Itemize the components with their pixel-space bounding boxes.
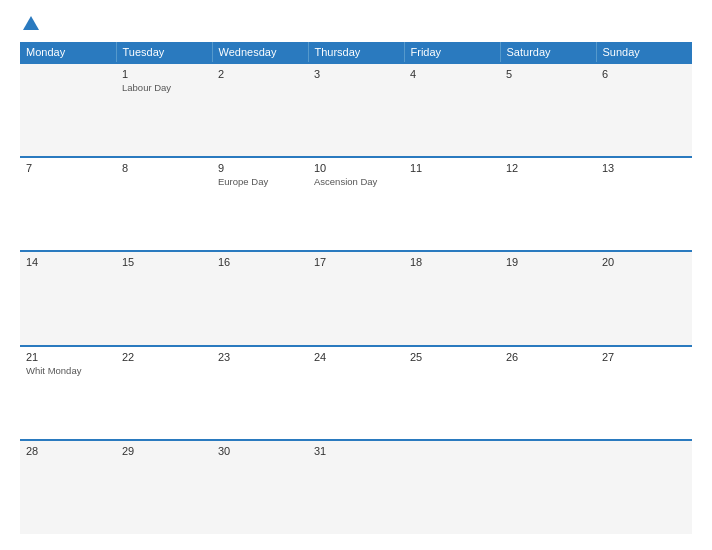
day-number: 12 [506,162,590,174]
day-number: 8 [122,162,206,174]
day-number: 11 [410,162,494,174]
day-number: 10 [314,162,398,174]
weekday-header-tuesday: Tuesday [116,42,212,63]
calendar-cell: 1Labour Day [116,63,212,157]
calendar-cell: 2 [212,63,308,157]
day-number: 13 [602,162,686,174]
calendar-cell: 6 [596,63,692,157]
day-number: 20 [602,256,686,268]
calendar-cell [596,440,692,534]
holiday-name: Whit Monday [26,365,110,376]
logo-triangle-icon [23,16,39,30]
calendar-cell [20,63,116,157]
calendar-cell: 31 [308,440,404,534]
calendar-cell: 18 [404,251,500,345]
calendar-cell: 25 [404,346,500,440]
day-number: 4 [410,68,494,80]
holiday-name: Ascension Day [314,176,398,187]
calendar-cell: 28 [20,440,116,534]
calendar-cell: 13 [596,157,692,251]
calendar-cell: 12 [500,157,596,251]
calendar-week-row: 14151617181920 [20,251,692,345]
day-number: 1 [122,68,206,80]
calendar-week-row: 28293031 [20,440,692,534]
calendar-cell: 7 [20,157,116,251]
day-number: 15 [122,256,206,268]
day-number: 31 [314,445,398,457]
calendar-cell [404,440,500,534]
day-number: 30 [218,445,302,457]
calendar-cell: 29 [116,440,212,534]
calendar-cell: 14 [20,251,116,345]
day-number: 26 [506,351,590,363]
calendar-cell: 10Ascension Day [308,157,404,251]
weekday-header-saturday: Saturday [500,42,596,63]
calendar-cell: 30 [212,440,308,534]
day-number: 17 [314,256,398,268]
calendar-cell: 11 [404,157,500,251]
day-number: 22 [122,351,206,363]
calendar-cell: 26 [500,346,596,440]
calendar-week-row: 1Labour Day23456 [20,63,692,157]
calendar-cell: 9Europe Day [212,157,308,251]
day-number: 27 [602,351,686,363]
page-header [20,16,692,32]
calendar-week-row: 21Whit Monday222324252627 [20,346,692,440]
calendar-cell: 19 [500,251,596,345]
weekday-header-friday: Friday [404,42,500,63]
calendar-cell: 20 [596,251,692,345]
calendar-cell: 21Whit Monday [20,346,116,440]
weekday-header-sunday: Sunday [596,42,692,63]
day-number: 28 [26,445,110,457]
weekday-header-row: MondayTuesdayWednesdayThursdayFridaySatu… [20,42,692,63]
day-number: 5 [506,68,590,80]
calendar-cell: 15 [116,251,212,345]
calendar-cell: 17 [308,251,404,345]
day-number: 23 [218,351,302,363]
day-number: 14 [26,256,110,268]
calendar-cell: 23 [212,346,308,440]
weekday-header-monday: Monday [20,42,116,63]
day-number: 2 [218,68,302,80]
calendar-cell: 24 [308,346,404,440]
calendar-cell: 16 [212,251,308,345]
calendar-cell: 27 [596,346,692,440]
calendar-cell: 3 [308,63,404,157]
logo [20,16,39,32]
calendar-cell: 8 [116,157,212,251]
holiday-name: Labour Day [122,82,206,93]
day-number: 16 [218,256,302,268]
day-number: 6 [602,68,686,80]
weekday-header-wednesday: Wednesday [212,42,308,63]
day-number: 24 [314,351,398,363]
day-number: 9 [218,162,302,174]
calendar-cell: 22 [116,346,212,440]
day-number: 29 [122,445,206,457]
weekday-header-thursday: Thursday [308,42,404,63]
day-number: 21 [26,351,110,363]
holiday-name: Europe Day [218,176,302,187]
calendar-cell: 5 [500,63,596,157]
day-number: 7 [26,162,110,174]
day-number: 25 [410,351,494,363]
calendar-table: MondayTuesdayWednesdayThursdayFridaySatu… [20,42,692,534]
calendar-cell [500,440,596,534]
day-number: 19 [506,256,590,268]
calendar-week-row: 789Europe Day10Ascension Day111213 [20,157,692,251]
day-number: 3 [314,68,398,80]
calendar-cell: 4 [404,63,500,157]
day-number: 18 [410,256,494,268]
